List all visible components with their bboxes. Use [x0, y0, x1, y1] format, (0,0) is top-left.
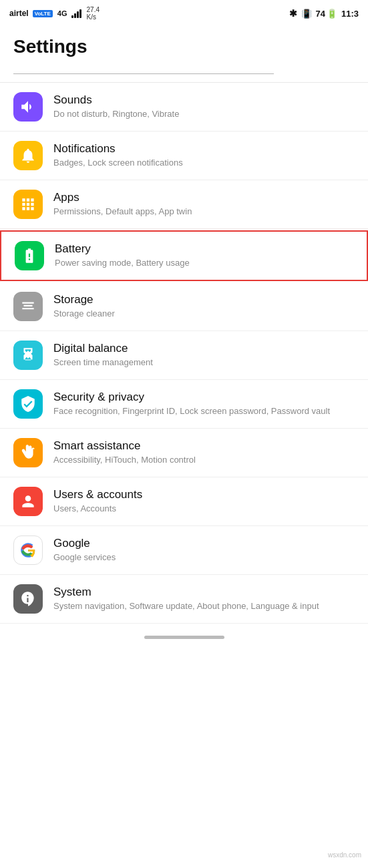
battery-subtitle: Power saving mode, Battery usage: [55, 257, 353, 269]
home-indicator: [0, 624, 368, 647]
battery-icon: [15, 241, 44, 270]
carrier-text: airtel: [9, 9, 29, 18]
apps-icon: [13, 190, 43, 219]
settings-item-system[interactable]: SystemSystem navigation, Software update…: [0, 575, 368, 624]
system-icon: [13, 584, 43, 614]
notifications-title: Notifications: [53, 142, 355, 156]
status-bar: airtel VoLTE 4G 27.4 K/s ✱ 📳 74 🔋 11:3: [0, 0, 368, 25]
speed-text: 27.4 K/s: [87, 6, 100, 21]
settings-item-apps[interactable]: AppsPermissions, Default apps, App twin: [0, 180, 368, 229]
security-privacy-subtitle: Face recognition, Fingerprint ID, Lock s…: [53, 405, 355, 417]
apps-title: Apps: [53, 191, 355, 204]
security-privacy-title: Security & privacy: [53, 391, 355, 404]
settings-list: SoundsDo not disturb, Ringtone, VibrateN…: [0, 83, 368, 624]
security-privacy-icon: [13, 389, 43, 419]
system-subtitle: System navigation, Software update, Abou…: [53, 600, 355, 612]
status-left: airtel VoLTE 4G 27.4 K/s: [9, 6, 100, 21]
watermark: wsxdn.com: [328, 851, 361, 859]
battery-container: 74 🔋: [316, 9, 337, 19]
digital-balance-subtitle: Screen time management: [53, 357, 355, 369]
storage-title: Storage: [53, 293, 355, 306]
smart-assistance-icon: [13, 438, 43, 467]
users-accounts-icon: [13, 487, 43, 516]
status-right: ✱ 📳 74 🔋 11:3: [289, 8, 359, 19]
settings-item-security-privacy[interactable]: Security & privacyFace recognition, Fing…: [0, 380, 368, 429]
sounds-subtitle: Do not disturb, Ringtone, Vibrate: [53, 108, 355, 120]
volte-badge: VoLTE: [33, 10, 53, 17]
battery-title: Battery: [55, 242, 353, 256]
storage-subtitle: Storage cleaner: [53, 308, 355, 320]
settings-item-google[interactable]: GoogleGoogle services: [0, 526, 368, 575]
time-text: 11:3: [341, 9, 359, 19]
digital-balance-icon: [13, 341, 43, 370]
bluetooth-icon: ✱: [289, 8, 297, 19]
battery-icon: 🔋: [327, 9, 337, 19]
system-title: System: [53, 586, 355, 599]
home-pill: [144, 636, 224, 639]
google-title: Google: [53, 537, 355, 550]
sounds-icon: [13, 92, 43, 122]
sounds-title: Sounds: [53, 93, 355, 107]
smart-assistance-subtitle: Accessibility, HiTouch, Motion control: [53, 454, 355, 466]
smart-assistance-title: Smart assistance: [53, 439, 355, 453]
users-accounts-subtitle: Users, Accounts: [53, 503, 355, 515]
vibrate-icon: 📳: [301, 9, 312, 19]
network-icon: 4G: [57, 9, 67, 17]
partial-item: ——————————————————————————————: [0, 64, 368, 83]
settings-item-storage[interactable]: StorageStorage cleaner: [0, 282, 368, 331]
settings-item-digital-balance[interactable]: Digital balanceScreen time management: [0, 331, 368, 380]
users-accounts-title: Users & accounts: [53, 488, 355, 501]
settings-item-notifications[interactable]: NotificationsBadges, Lock screen notific…: [0, 132, 368, 180]
settings-item-sounds[interactable]: SoundsDo not disturb, Ringtone, Vibrate: [0, 83, 368, 132]
digital-balance-title: Digital balance: [53, 342, 355, 355]
page-title: Settings: [0, 25, 368, 64]
notifications-subtitle: Badges, Lock screen notifications: [53, 157, 355, 169]
apps-subtitle: Permissions, Default apps, App twin: [53, 206, 355, 218]
google-icon: [13, 535, 43, 565]
storage-icon: [13, 292, 43, 321]
settings-item-smart-assistance[interactable]: Smart assistanceAccessibility, HiTouch, …: [0, 429, 368, 477]
settings-item-users-accounts[interactable]: Users & accountsUsers, Accounts: [0, 477, 368, 526]
signal-bars-icon: [71, 9, 81, 18]
battery-percent-text: 74: [316, 9, 325, 19]
google-subtitle: Google services: [53, 552, 355, 564]
settings-item-battery[interactable]: BatteryPower saving mode, Battery usage: [0, 230, 368, 281]
notifications-icon: [13, 141, 43, 170]
